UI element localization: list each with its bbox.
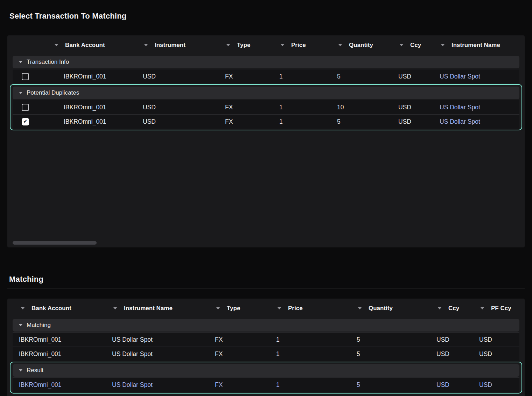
- cell-bank-account: IBKROmni_001: [51, 118, 141, 125]
- cell-type: FX: [213, 381, 274, 389]
- column-label: Bank Account: [65, 42, 105, 49]
- column-filter-caret-icon[interactable]: [281, 44, 284, 46]
- column-label: Quantity: [369, 305, 393, 312]
- column-header-ccy[interactable]: Ccy: [396, 42, 438, 49]
- column-filter-caret-icon[interactable]: [216, 307, 220, 309]
- cell-ccy: USD: [434, 381, 477, 389]
- cell-quantity: 5: [335, 118, 396, 125]
- column-filter-caret-icon[interactable]: [55, 44, 58, 46]
- column-filter-caret-icon[interactable]: [144, 44, 148, 46]
- group-matching: Matching IBKROmni_001 US Dollar Spot FX …: [13, 318, 519, 361]
- title-divider: [7, 25, 525, 25]
- cell-instrument-name: US Dollar Spot: [110, 381, 213, 389]
- column-header-bank-account[interactable]: Bank Account: [51, 42, 141, 49]
- checkbox-cell: [13, 118, 51, 125]
- cell-type: FX: [213, 350, 274, 358]
- column-filter-caret-icon[interactable]: [441, 44, 444, 46]
- select-transactions-panel: Bank Account Instrument Type Price Quant…: [7, 35, 525, 247]
- group-header-potential-duplicates[interactable]: Potential Duplicates: [13, 87, 519, 99]
- column-header-bank-account[interactable]: Bank Account: [13, 305, 110, 312]
- column-filter-caret-icon[interactable]: [226, 44, 230, 46]
- group-header-result[interactable]: Result: [13, 364, 519, 377]
- column-header-quantity[interactable]: Quantity: [335, 42, 396, 49]
- page-title: Select Transaction To Matching: [9, 12, 532, 21]
- column-label: Instrument Name: [451, 42, 500, 49]
- column-filter-caret-icon[interactable]: [438, 307, 441, 309]
- group-result: Result IBKROmni_001 US Dollar Spot FX 1 …: [10, 362, 522, 394]
- row-checkbox[interactable]: [22, 104, 29, 111]
- column-header-instrument[interactable]: Instrument: [141, 42, 223, 49]
- column-label: Ccy: [410, 42, 421, 49]
- cell-instrument-name: US Dollar Spot: [110, 350, 213, 358]
- column-header-ccy[interactable]: Ccy: [434, 305, 477, 312]
- matching-row[interactable]: IBKROmni_001 US Dollar Spot FX 1 5 USD U…: [13, 347, 519, 361]
- group-header-matching[interactable]: Matching: [13, 319, 519, 332]
- row-checkbox[interactable]: [22, 73, 29, 80]
- column-header-type[interactable]: Type: [213, 305, 274, 312]
- cell-quantity: 5: [355, 381, 434, 389]
- column-header-price[interactable]: Price: [274, 305, 355, 312]
- column-filter-caret-icon[interactable]: [21, 307, 24, 309]
- result-row[interactable]: IBKROmni_001 US Dollar Spot FX 1 5 USD U…: [13, 377, 519, 392]
- collapse-caret-icon[interactable]: [19, 324, 22, 326]
- cell-type: FX: [223, 104, 277, 111]
- group-header-transaction-info[interactable]: Transaction Info: [13, 56, 519, 68]
- group-label: Transaction Info: [27, 59, 69, 66]
- cell-bank-account: IBKROmni_001: [13, 336, 110, 343]
- collapse-caret-icon[interactable]: [19, 369, 22, 371]
- cell-price: 1: [277, 104, 335, 111]
- group-potential-duplicates: Potential Duplicates IBKROmni_001 USD FX…: [10, 84, 522, 130]
- group-label: Matching: [27, 322, 51, 329]
- column-label: Ccy: [448, 305, 459, 312]
- group-label: Potential Duplicates: [27, 89, 79, 96]
- cell-price: 1: [274, 381, 355, 389]
- cell-price: 1: [277, 73, 335, 80]
- collapse-caret-icon[interactable]: [19, 61, 22, 63]
- instrument-name-link[interactable]: US Dollar Spot: [438, 118, 519, 125]
- instrument-name-link[interactable]: US Dollar Spot: [438, 104, 519, 111]
- cell-type: FX: [223, 73, 277, 80]
- column-label: Price: [291, 42, 306, 49]
- transaction-row[interactable]: IBKROmni_001 USD FX 1 5 USD US Dollar Sp…: [13, 114, 519, 129]
- column-header-type[interactable]: Type: [223, 42, 277, 49]
- cell-instrument: USD: [141, 118, 223, 125]
- cell-price: 1: [277, 118, 335, 125]
- cell-type: FX: [213, 336, 274, 343]
- column-filter-caret-icon[interactable]: [400, 44, 403, 46]
- column-header-instrument-name[interactable]: Instrument Name: [110, 305, 213, 312]
- column-filter-caret-icon[interactable]: [113, 307, 117, 309]
- cell-bank-account: IBKROmni_001: [13, 381, 110, 389]
- cell-pf-ccy: USD: [477, 381, 519, 389]
- transaction-row[interactable]: IBKROmni_001 USD FX 1 5 USD US Dollar Sp…: [13, 69, 519, 83]
- column-header-price[interactable]: Price: [277, 42, 335, 49]
- horizontal-scrollbar[interactable]: [13, 241, 97, 245]
- column-filter-caret-icon[interactable]: [338, 44, 342, 46]
- column-filter-caret-icon[interactable]: [358, 307, 362, 309]
- cell-pf-ccy: USD: [477, 350, 519, 358]
- column-header-instrument-name[interactable]: Instrument Name: [438, 42, 519, 49]
- instrument-name-link[interactable]: US Dollar Spot: [438, 73, 519, 80]
- cell-ccy: USD: [396, 73, 438, 80]
- transaction-row[interactable]: IBKROmni_001 USD FX 1 10 USD US Dollar S…: [13, 100, 519, 114]
- cell-price: 1: [274, 350, 355, 358]
- column-header-pf-ccy[interactable]: PF Ccy: [477, 305, 519, 312]
- cell-type: FX: [223, 118, 277, 125]
- collapse-caret-icon[interactable]: [19, 92, 22, 94]
- matching-panel: Bank Account Instrument Name Type Price …: [7, 299, 525, 396]
- cell-instrument-name: US Dollar Spot: [110, 336, 213, 343]
- checkbox-cell: [13, 104, 51, 111]
- column-label: Price: [288, 305, 303, 312]
- column-header-quantity[interactable]: Quantity: [355, 305, 434, 312]
- cell-quantity: 5: [335, 73, 396, 80]
- group-label: Result: [27, 367, 43, 374]
- cell-quantity: 5: [355, 336, 434, 343]
- section-divider: [7, 288, 525, 288]
- cell-quantity: 5: [355, 350, 434, 358]
- cell-ccy: USD: [434, 350, 477, 358]
- row-checkbox[interactable]: [22, 118, 29, 125]
- cell-bank-account: IBKROmni_001: [51, 104, 141, 111]
- matching-row[interactable]: IBKROmni_001 US Dollar Spot FX 1 5 USD U…: [13, 332, 519, 347]
- column-filter-caret-icon[interactable]: [278, 307, 281, 309]
- column-filter-caret-icon[interactable]: [481, 307, 484, 309]
- cell-ccy: USD: [396, 104, 438, 111]
